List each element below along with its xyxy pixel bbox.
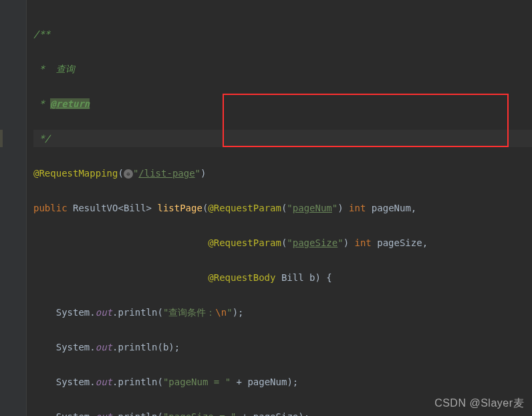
doc-comment: * 查询: [33, 64, 75, 74]
watermark: CSDN @Slayer麦: [434, 397, 524, 411]
keyword-public: public: [33, 203, 68, 213]
code-line: System.out.println("查询条件：\n");: [33, 304, 532, 321]
code-line: System.out.println(b);: [33, 338, 532, 356]
return-tag: @return: [50, 98, 90, 109]
doc-comment: *: [33, 98, 50, 109]
code-editor[interactable]: /** * 查询 * @return */ @RequestMapping(⊕"…: [0, 0, 532, 416]
editor-gutter: [0, 0, 27, 416]
code-line: public ResultVO<Bill> listPage(@RequestP…: [33, 199, 532, 217]
url-path[interactable]: /list-page: [138, 168, 194, 179]
code-line-current: */: [33, 130, 532, 147]
code-line: @RequestMapping(⊕"/list-page"): [33, 165, 532, 182]
caret-indicator: [0, 130, 3, 147]
doc-comment: /**: [33, 29, 50, 39]
code-line: * 查询: [33, 60, 532, 78]
code-line: /**: [33, 25, 532, 43]
method-name: listPage: [157, 203, 202, 213]
code-line: @RequestParam("pageSize") int pageSize,: [33, 234, 532, 251]
code-line: @RequestBody Bill b) {: [33, 269, 532, 286]
code-line: * @return: [33, 95, 532, 112]
url-mapping-icon[interactable]: ⊕: [124, 169, 133, 179]
doc-comment: */: [33, 133, 50, 144]
annotation: @RequestMapping: [33, 168, 118, 179]
code-line: System.out.println("pageNum = " + pageNu…: [33, 373, 532, 391]
